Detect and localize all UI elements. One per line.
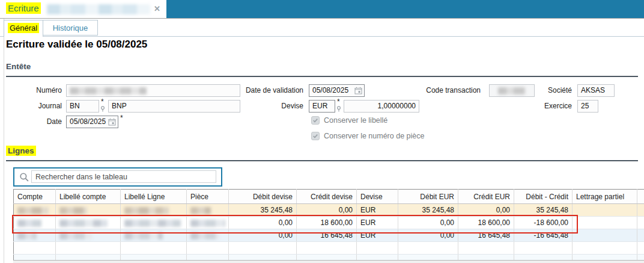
col-header-devise[interactable]: Devise [357,190,398,204]
devise-code-value: EUR [312,102,327,110]
col-header-credit-eur[interactable]: Crédit EUR [458,190,514,204]
annotation-red-box [12,215,578,234]
col-header-piece[interactable]: Pièce [187,190,229,204]
table-row-empty[interactable] [14,242,644,255]
redacted-cell [124,207,169,214]
redacted-cell [190,207,211,214]
cell-lettrage-partiel[interactable] [573,229,637,242]
cell-empty[interactable] [357,242,398,255]
cell-empty[interactable] [297,242,357,255]
journal-code-field[interactable]: BN [66,100,99,113]
code-transaction-label: Code transaction [416,84,481,97]
document-tab-title: Ecriture [6,2,41,14]
cell-overflow [637,204,644,217]
required-marker-date: * [120,114,123,122]
col-header-libelle-ligne[interactable]: Libellé Ligne [121,190,187,204]
date-validation-field[interactable]: 05/08/2025 [309,84,365,97]
col-header-overflow [637,190,644,204]
redacted-cell [59,207,87,214]
col-header-debit-credit[interactable]: Débit - Crédit [514,190,573,204]
redacted-numero-value [70,87,147,94]
cell-empty[interactable] [56,242,121,255]
table-search-input[interactable] [31,170,216,183]
cell-lettrage-partiel[interactable] [573,204,637,217]
cell-lettrage-partiel[interactable] [573,217,637,229]
search-icon [19,172,29,182]
calendar-icon-date[interactable] [108,118,116,126]
col-header-debit-eur[interactable]: Débit EUR [398,190,458,204]
societe-field[interactable]: AKSAS [577,84,615,97]
journal-code-value: BN [70,102,80,110]
ecriture-window: Ecriture ✕ Général Historique Ecriture v… [0,0,644,263]
societe-label: Société [524,84,572,97]
cell-empty[interactable] [187,242,229,255]
table-bottom-scroll-edge[interactable] [13,260,644,263]
table-header-row: Compte Libellé compte Libellé Ligne Pièc… [14,190,644,204]
cell-empty[interactable] [398,242,458,255]
col-header-compte[interactable]: Compte [14,190,56,204]
journal-name-value: BNP [112,102,127,110]
date-field[interactable]: 05/08/2025 [66,116,118,128]
cell-overflow [637,217,644,229]
devise-taux-field[interactable]: 1,00000000 [344,100,419,113]
page-title: Ecriture validée le 05/08/2025 [6,39,147,51]
close-icon[interactable]: ✕ [154,4,160,13]
journal-label: Journal [6,100,62,113]
tab-general-label: Général [8,23,39,33]
journal-name-field[interactable]: BNP [108,100,240,113]
document-tab-ecriture[interactable]: Ecriture ✕ [0,0,166,18]
lignes-heading-text: Lignes [6,146,36,156]
conserver-libelle-label: Conserver le libellé [324,116,387,125]
cell-empty[interactable] [14,242,56,255]
required-marker-devise: * [337,97,340,106]
date-validation-value: 05/08/2025 [312,86,348,94]
devise-taux-value: 1,00000000 [378,102,416,110]
cell-overflow [637,242,644,255]
exercice-value: 25 [581,102,589,110]
devise-code-field[interactable]: EUR [309,100,335,113]
date-value: 05/08/2025 [70,117,106,126]
cell-empty[interactable] [121,242,187,255]
document-tabbar: Ecriture ✕ [0,0,644,19]
date-validation-label: Date de validation [239,84,303,97]
panel-left-border [4,19,4,263]
titlebar-accent [166,0,644,18]
cell-empty[interactable] [573,242,637,255]
conserver-numero-piece-checkbox[interactable] [311,132,320,140]
numero-field[interactable] [66,84,240,97]
col-header-debit-devise[interactable]: Débit devise [229,190,297,204]
conserver-libelle-checkbox[interactable] [311,116,320,125]
redacted-code-transaction-value [498,87,526,94]
section-divider-lignes [6,160,638,161]
col-header-libelle-compte[interactable]: Libellé compte [56,190,121,204]
redacted-cell [17,207,49,214]
tabstrip: Général Historique [0,19,644,37]
col-header-lettrage-partiel[interactable]: Lettrage partiel [573,190,637,204]
exercice-field[interactable]: 25 [577,100,598,113]
date-label: Date [6,116,62,128]
redacted-tab-text [47,4,150,14]
section-divider-entete [6,76,638,77]
cell-empty[interactable] [458,242,514,255]
tab-historique[interactable]: Historique [43,20,98,36]
section-lignes-heading: Lignes [6,146,36,155]
societe-value: AKSAS [581,86,605,94]
cell-empty[interactable] [514,242,573,255]
tab-historique-label: Historique [53,23,88,32]
col-header-credit-devise[interactable]: Crédit devise [297,190,357,204]
entete-heading-text: Entête [6,62,31,71]
numero-label: Numéro [6,84,62,97]
lookup-pin-icon-journal [100,106,105,113]
cell-overflow [637,229,644,242]
calendar-icon[interactable] [354,87,362,94]
required-marker-journal: * [101,97,104,106]
tab-general[interactable]: Général [4,20,43,37]
exercice-label: Exercice [524,100,572,113]
table-search [13,167,222,187]
section-entete-heading: Entête [6,62,31,71]
devise-label: Devise [239,100,303,113]
conserver-numero-piece-label: Conserver le numéro de pièce [324,132,424,141]
lookup-pin-icon-devise [336,106,341,113]
cell-empty[interactable] [229,242,297,255]
